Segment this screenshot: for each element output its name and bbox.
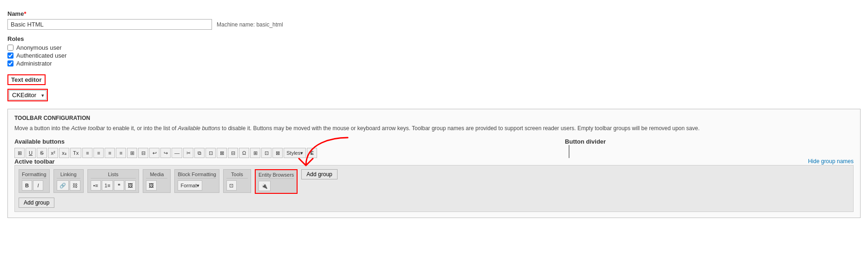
btn-numbered-list[interactable]: 1≡ [102, 180, 113, 191]
group-linking: Linking 🔗 ⛓ [53, 169, 84, 193]
btn-maximize[interactable]: ⊠ [272, 148, 283, 158]
roles-section: Roles Anonymous user Authenticated user … [7, 35, 861, 67]
group-block-formatting-buttons: Format▾ [178, 180, 216, 191]
active-toolbar-area: Formatting B I Linking 🔗 ⛓ Lists •≡ [14, 165, 854, 212]
btn-media-image[interactable]: 🖼 [146, 180, 157, 191]
name-section: Name* Machine name: basic_html [7, 10, 861, 30]
btn-hr[interactable]: — [172, 148, 182, 158]
group-block-formatting-name: Block Formatting [178, 172, 216, 178]
btn-paste-from-word[interactable]: ⊟ [228, 148, 238, 158]
group-linking-buttons: 🔗 ⛓ [57, 180, 80, 191]
btn-cut[interactable]: ✂ [183, 148, 193, 158]
toolbar-config-desc: Move a button into the Active toolbar to… [14, 124, 854, 132]
btn-blockquote[interactable]: ❝ [114, 180, 124, 191]
group-formatting: Formatting B I [19, 169, 50, 193]
add-group-bottom-button[interactable]: Add group [19, 198, 54, 208]
btn-image[interactable]: 🖼 [125, 180, 136, 191]
btn-underline[interactable]: U [26, 148, 36, 158]
btn-justify-block[interactable]: ≡ [116, 148, 126, 158]
active-toolbar-label: Active toolbar [14, 158, 55, 165]
authenticated-checkbox[interactable] [7, 53, 13, 59]
editor-select-container: CKEditor None [9, 90, 46, 100]
group-formatting-name: Formatting [22, 172, 46, 178]
toolbar-config-box: TOOLBAR CONFIGURATION Move a button into… [7, 109, 861, 218]
group-linking-name: Linking [57, 172, 80, 178]
buttons-list: ⊞ U S x² x₂ Tx ≡ ≡ ≡ ≡ ⊞ ⊟ ↩ ↪ — ✂ ⧉ ⊡ ⊠… [14, 148, 317, 158]
btn-styles[interactable]: Styles▾ [284, 148, 306, 158]
btn-edit[interactable]: E [307, 148, 317, 158]
divider-visual [569, 145, 570, 158]
authenticated-label: Authenticated user [16, 52, 66, 59]
machine-name-label: Machine name: basic_html [217, 21, 283, 28]
name-label: Name* [7, 10, 861, 17]
administrator-checkbox[interactable] [7, 60, 13, 66]
role-item-administrator: Administrator [7, 60, 861, 67]
name-label-text: Name [7, 10, 24, 17]
btn-paste[interactable]: ⊡ [205, 148, 216, 158]
group-tools: Tools ⊡ [223, 169, 251, 193]
button-divider-col: Button divider [565, 138, 606, 158]
group-lists-buttons: •≡ 1≡ ❝ 🖼 [91, 180, 136, 191]
role-item-anonymous: Anonymous user [7, 44, 861, 51]
btn-table[interactable]: ⊞ [250, 148, 260, 158]
btn-show-blocks[interactable]: ⊡ [261, 148, 272, 158]
toolbar-config-title: TOOLBAR CONFIGURATION [14, 115, 854, 121]
roles-label: Roles [7, 35, 861, 42]
btn-justify-right[interactable]: ≡ [105, 148, 115, 158]
role-item-authenticated: Authenticated user [7, 52, 861, 59]
group-tools-buttons: ⊡ [226, 180, 248, 191]
btn-undo[interactable]: ↩ [149, 148, 159, 158]
group-lists: Lists •≡ 1≡ ❝ 🖼 [87, 169, 139, 193]
text-editor-section: Text editor CKEditor None [7, 74, 861, 101]
btn-justify-center[interactable]: ≡ [93, 148, 104, 158]
btn-format[interactable]: ⊞ [14, 148, 25, 158]
btn-justify-left[interactable]: ≡ [82, 148, 93, 158]
toolbar-groups-row: Formatting B I Linking 🔗 ⛓ Lists •≡ [19, 169, 849, 194]
btn-subscript[interactable]: x₂ [59, 148, 69, 158]
editor-select[interactable]: CKEditor None [9, 90, 46, 100]
btn-indent[interactable]: ⊞ [127, 148, 137, 158]
available-buttons-col: Available buttons ⊞ U S x² x₂ Tx ≡ ≡ ≡ ≡… [14, 138, 317, 158]
hide-group-names-link[interactable]: Hide group names [808, 158, 854, 165]
btn-link[interactable]: 🔗 [57, 180, 69, 191]
group-media-buttons: 🖼 [146, 180, 167, 191]
add-group-button[interactable]: Add group [301, 169, 337, 179]
group-lists-name: Lists [91, 172, 136, 178]
btn-outdent[interactable]: ⊟ [138, 148, 148, 158]
btn-redo[interactable]: ↪ [160, 148, 171, 158]
available-buttons-row: Available buttons ⊞ U S x² x₂ Tx ≡ ≡ ≡ ≡… [14, 138, 854, 158]
group-block-formatting: Block Formatting Format▾ [174, 169, 219, 193]
btn-strike[interactable]: S [37, 148, 47, 158]
btn-format-dropdown[interactable]: Format▾ [178, 180, 202, 191]
btn-copy[interactable]: ⧉ [194, 148, 205, 158]
active-toolbar-italic: Active toolbar [71, 125, 105, 132]
active-toolbar-header: Active toolbar Hide group names [14, 158, 854, 165]
administrator-label: Administrator [16, 60, 52, 67]
btn-removeformat[interactable]: Tx [70, 148, 81, 158]
required-marker: * [24, 10, 26, 17]
btn-superscript[interactable]: x² [48, 148, 58, 158]
button-divider-label: Button divider [565, 138, 606, 145]
btn-italic[interactable]: I [33, 180, 43, 191]
group-media: Media 🖼 [143, 169, 171, 193]
btn-paste-text[interactable]: ⊠ [217, 148, 227, 158]
group-tools-name: Tools [226, 172, 248, 178]
group-entity-browsers: Entity Browsers 🔌 [255, 169, 298, 194]
group-formatting-buttons: B I [22, 180, 46, 191]
btn-source[interactable]: ⊡ [226, 180, 237, 191]
name-input[interactable] [7, 19, 212, 30]
btn-bullet-list[interactable]: •≡ [91, 180, 101, 191]
btn-entity-browser[interactable]: 🔌 [258, 181, 271, 191]
btn-bold[interactable]: B [22, 180, 32, 191]
bottom-add-group-row: Add group [19, 198, 849, 208]
available-buttons-italic: Available buttons [178, 125, 220, 132]
group-media-name: Media [146, 172, 167, 178]
anonymous-checkbox[interactable] [7, 45, 13, 51]
group-entity-browsers-buttons: 🔌 [258, 181, 294, 191]
btn-special-char[interactable]: Ω [239, 148, 249, 158]
available-buttons-label: Available buttons [14, 138, 317, 145]
editor-select-wrapper: CKEditor None [7, 89, 48, 101]
anonymous-label: Anonymous user [16, 44, 62, 51]
text-editor-label: Text editor [7, 74, 46, 85]
btn-unlink[interactable]: ⛓ [70, 180, 80, 191]
